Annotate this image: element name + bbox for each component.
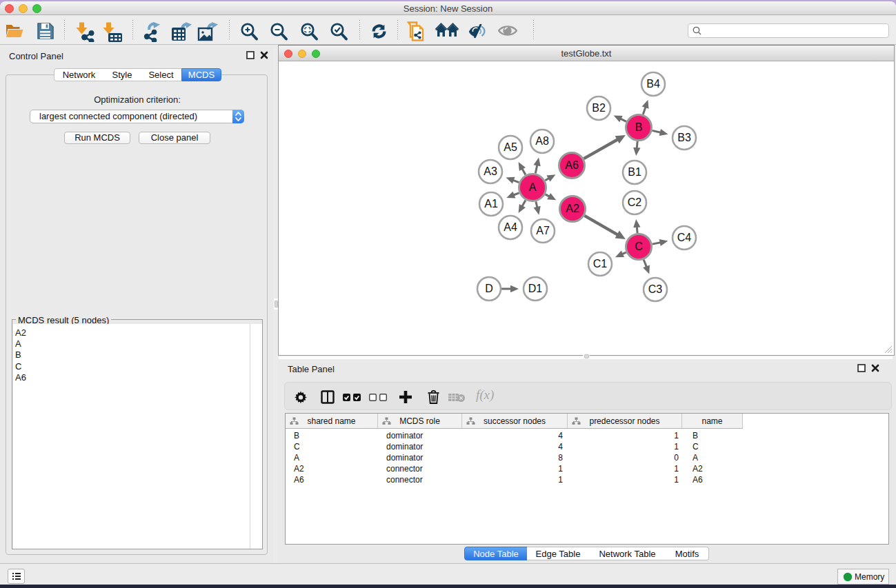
svg-text:C4: C4 xyxy=(677,232,692,243)
svg-text:C2: C2 xyxy=(628,196,642,208)
svg-text:A6: A6 xyxy=(565,159,579,171)
svg-text:A3: A3 xyxy=(484,165,497,177)
svg-text:A5: A5 xyxy=(504,141,517,153)
svg-text:B4: B4 xyxy=(646,78,660,90)
svg-text:C1: C1 xyxy=(593,258,608,270)
svg-text:A1: A1 xyxy=(484,198,498,210)
svg-text:D1: D1 xyxy=(528,283,543,294)
svg-text:B1: B1 xyxy=(628,166,641,178)
svg-text:B2: B2 xyxy=(592,102,606,114)
svg-text:A2: A2 xyxy=(566,203,579,214)
svg-text:B3: B3 xyxy=(677,132,691,143)
svg-text:A: A xyxy=(529,181,537,193)
svg-text:B: B xyxy=(635,121,643,133)
svg-text:C3: C3 xyxy=(648,283,663,295)
svg-text:A4: A4 xyxy=(504,221,517,233)
svg-text:D: D xyxy=(485,283,493,294)
svg-text:C: C xyxy=(635,241,643,252)
svg-text:A7: A7 xyxy=(536,225,550,236)
svg-text:A8: A8 xyxy=(535,135,549,147)
